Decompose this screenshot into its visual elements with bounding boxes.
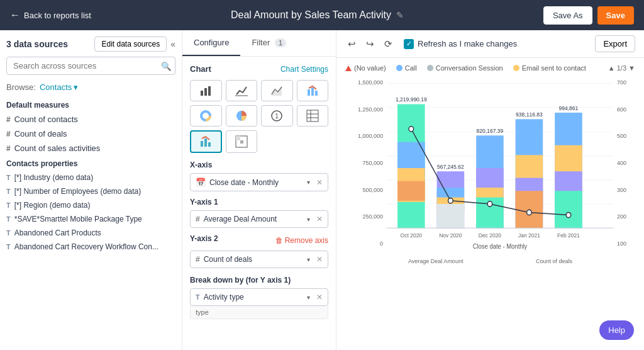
chart-type-pie[interactable] <box>226 105 258 127</box>
clear-breakdown-icon[interactable]: ✕ <box>316 293 323 302</box>
xaxis-select[interactable]: 📅 Close date - Monthly ▾ ✕ <box>190 173 328 191</box>
back-link[interactable]: ← Back to reports list <box>10 9 91 21</box>
svg-text:Feb 2021: Feb 2021 <box>557 232 580 238</box>
clear-yaxis2-icon[interactable]: ✕ <box>316 255 323 264</box>
y-right-label: 200 <box>617 213 626 220</box>
prop-label: Abandoned Cart Products <box>14 229 101 237</box>
legend-label: Conversation Session <box>436 64 503 72</box>
yaxis2-section: Y-axis 2 🗑 Remove axis # Count of deals … <box>190 234 328 268</box>
edit-title-icon[interactable]: ✎ <box>396 10 404 20</box>
clear-xaxis-icon[interactable]: ✕ <box>316 178 323 187</box>
search-input[interactable] <box>6 57 175 75</box>
chart-type-pivot[interactable] <box>226 130 258 153</box>
chevron-down-icon: ▾ <box>307 294 310 301</box>
middle-panel: Configure Filter 1 Chart Chart Settings <box>182 30 336 350</box>
prop-industry[interactable]: T [*] Industry (demo data) <box>0 171 182 184</box>
y-axis-left: 1,500,000 1,250,000 1,000,000 750,000 50… <box>345 77 387 259</box>
chart-type-area[interactable] <box>261 80 293 101</box>
chart-type-donut[interactable] <box>190 105 222 127</box>
clear-yaxis1-icon[interactable]: ✕ <box>316 215 323 223</box>
measure-count-sales[interactable]: # Count of sales activities <box>0 141 182 155</box>
tabs: Configure Filter 1 <box>182 30 336 57</box>
browse-contacts[interactable]: Contacts ▾ <box>40 82 78 92</box>
refresh-button[interactable]: ⟳ <box>382 37 395 51</box>
svg-rect-22 <box>240 140 243 144</box>
mid-content: Chart Chart Settings <box>182 57 336 327</box>
chevron-down-icon: ▾ <box>307 256 310 263</box>
svg-rect-2 <box>208 86 211 96</box>
pagination: ▲ 1/3 ▼ <box>608 64 635 72</box>
chart-type-combo-bar[interactable] <box>190 130 222 153</box>
svg-rect-5 <box>308 89 310 96</box>
t-icon: T <box>6 174 11 181</box>
data-sources-title: 3 data sources <box>6 39 68 49</box>
svg-text:Close date - Monthly: Close date - Monthly <box>473 243 528 250</box>
legend-item-call: Call <box>396 64 417 72</box>
refresh-toggle: ✓ Refresh as I make changes <box>404 39 517 49</box>
chart-settings-link[interactable]: Chart Settings <box>280 65 328 74</box>
tab-filter-label: Filter <box>252 38 270 47</box>
y-label: 250,000 <box>362 213 383 220</box>
xaxis-section: X-axis 📅 Close date - Monthly ▾ ✕ <box>190 161 328 191</box>
svg-text:567,245.62: 567,245.62 <box>437 164 464 170</box>
refresh-checkbox[interactable]: ✓ <box>404 39 414 49</box>
chart-legend: (No value) Call Conversation Session Ema… <box>345 64 635 72</box>
chart-section-title: Chart <box>190 64 211 74</box>
legend-label: Email sent to contact <box>522 64 586 72</box>
hash-icon: # <box>6 115 11 124</box>
legend-item-email: Email sent to contact <box>513 64 586 72</box>
tab-configure[interactable]: Configure <box>182 30 240 56</box>
redo-button[interactable]: ↪ <box>364 37 377 51</box>
t-icon: T <box>6 201 11 209</box>
measure-count-deals[interactable]: # Count of deals <box>0 127 182 141</box>
export-button[interactable]: Export <box>595 35 635 52</box>
svg-text:1,219,990.19: 1,219,990.19 <box>396 96 427 103</box>
prop-label: [*] Region (demo data) <box>14 201 91 210</box>
yaxis1-label: Y-axis 1 <box>190 198 328 206</box>
edit-sources-button[interactable]: Edit data sources <box>94 37 167 52</box>
chart-toolbar: ↩ ↪ ⟳ ✓ Refresh as I make changes Export <box>336 30 644 58</box>
tab-filter[interactable]: Filter 1 <box>240 30 297 56</box>
y-axis-right: 700 600 500 400 300 200 100 <box>613 77 635 259</box>
chart-type-bar[interactable] <box>190 80 222 101</box>
measure-count-contacts[interactable]: # Count of contacts <box>0 112 182 127</box>
right-panel: ↩ ↪ ⟳ ✓ Refresh as I make changes Export… <box>336 30 644 350</box>
breakdown-type-label: type <box>196 308 209 316</box>
y-label: 750,000 <box>362 160 383 166</box>
svg-rect-7 <box>315 91 318 96</box>
prop-abandoned-cart-recovery[interactable]: T Abandoned Cart Recovery Workflow Con..… <box>0 240 182 254</box>
legend-item-no-value: (No value) <box>345 64 386 72</box>
chart-type-line[interactable] <box>226 80 258 101</box>
help-button[interactable]: Help <box>599 320 634 340</box>
search-icon[interactable]: 🔍 <box>161 61 172 71</box>
chart-type-combo[interactable] <box>297 80 329 101</box>
calendar-icon: 📅 <box>196 178 206 187</box>
default-measures-title: Default measures <box>0 97 182 112</box>
prop-smarttel[interactable]: T *SAVE*Smarttel Mobile Package Type <box>0 212 182 226</box>
yaxis2-select[interactable]: # Count of deals ▾ ✕ <box>190 251 328 268</box>
undo-button[interactable]: ↩ <box>345 37 358 51</box>
svg-text:Jan 2021: Jan 2021 <box>518 232 540 238</box>
remove-axis-button[interactable]: 🗑 Remove axis <box>275 236 328 245</box>
xaxis-label: X-axis <box>190 161 328 169</box>
collapse-panel-button[interactable]: « <box>170 39 175 49</box>
prop-employees[interactable]: T [*] Number of Employees (demo data) <box>0 184 182 198</box>
left-panel: 3 data sources Edit data sources « 🔍 Bro… <box>0 30 182 350</box>
chart-type-number[interactable]: 1 <box>261 105 293 127</box>
prop-abandoned-cart[interactable]: T Abandoned Cart Products <box>0 226 182 240</box>
svg-point-58 <box>527 210 532 215</box>
y-right-label: 100 <box>617 240 626 247</box>
header-actions: Save As Save <box>543 6 634 25</box>
save-as-button[interactable]: Save As <box>543 6 592 25</box>
title-text: Deal Amount by Sales Team Activity <box>231 9 391 21</box>
legend-label: Call <box>405 64 417 72</box>
breakdown-type-row: type <box>190 306 328 319</box>
chart-wrapper: 1,500,000 1,250,000 1,000,000 750,000 50… <box>345 77 635 259</box>
save-button[interactable]: Save <box>597 6 634 25</box>
yaxis1-select[interactable]: # Average Deal Amount ▾ ✕ <box>190 210 328 228</box>
prop-region[interactable]: T [*] Region (demo data) <box>0 198 182 212</box>
main-content: 3 data sources Edit data sources « 🔍 Bro… <box>0 30 644 350</box>
browse-label: Browse: <box>6 82 36 92</box>
breakdown-select[interactable]: T Activity type ▾ ✕ <box>190 288 328 306</box>
chart-type-table[interactable] <box>297 105 329 127</box>
